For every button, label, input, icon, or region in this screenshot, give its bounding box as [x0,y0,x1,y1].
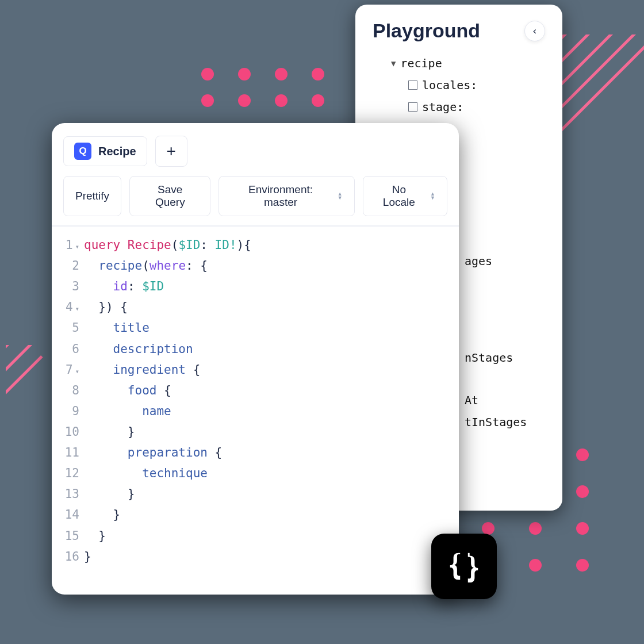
tab-bar: Q Recipe + [52,123,459,167]
code-line[interactable]: 6 description [52,339,459,359]
code-content: }) { [84,297,128,317]
code-line[interactable]: 8 food { [52,380,459,401]
triangle-down-icon: ▼ [391,56,396,71]
code-content: } [84,504,120,525]
plus-icon: + [166,142,175,160]
code-line[interactable]: 15 } [52,526,459,546]
code-content: name [84,401,171,421]
graphql-badge [431,534,497,599]
line-number: 16 [52,546,84,567]
code-content: food { [84,380,171,401]
code-content: recipe(where: { [84,255,208,276]
code-line[interactable]: 2 recipe(where: { [52,255,459,276]
tab-label: Recipe [98,145,136,158]
editor-toolbar: Prettify Save Query Environment: master … [52,167,459,227]
fold-triangle-icon[interactable]: ▾ [75,305,79,313]
checkbox-icon [408,102,417,112]
line-number: 8 [52,380,84,401]
line-number: 15 [52,526,84,546]
code-content: description [84,339,193,359]
code-content: } [84,421,135,442]
checkbox-icon [408,80,417,90]
code-line[interactable]: 16} [52,546,459,567]
line-number: 4▾ [52,297,84,317]
sort-icon: ▲▼ [430,192,435,200]
tree-node-recipe[interactable]: ▼ recipe [373,52,545,74]
environment-select[interactable]: Environment: master ▲▼ [218,176,354,216]
tree-item[interactable]: At [465,389,545,411]
line-number: 7▾ [52,359,84,380]
sort-icon: ▲▼ [338,192,343,200]
code-content: } [84,546,91,567]
code-content: title [84,317,150,338]
code-line[interactable]: 5 title [52,317,459,338]
line-number: 10 [52,421,84,442]
tree-arg-stage[interactable]: stage: [373,96,545,118]
locale-select[interactable]: No Locale ▲▼ [363,176,447,216]
decor-dots-top [201,68,324,107]
query-editor-panel: Q Recipe + Prettify Save Query Environme… [52,123,459,595]
line-number: 6 [52,339,84,359]
fold-triangle-icon[interactable]: ▾ [75,367,79,375]
code-line[interactable]: 4▾ }) { [52,297,459,317]
code-content: } [84,526,106,546]
code-line[interactable]: 11 preparation { [52,442,459,463]
code-content: ingredient { [84,359,200,380]
line-number: 3 [52,276,84,297]
line-number: 13 [52,484,84,504]
line-number: 12 [52,463,84,484]
tree-item[interactable]: tInStages [465,411,545,433]
code-line[interactable]: 13 } [52,484,459,504]
tree-item[interactable]: nStages [465,347,545,369]
code-content: query Recipe($ID: ID!){ [84,235,251,255]
tree-item[interactable]: ages [465,250,545,272]
tree-arg-label: locales: [422,74,477,96]
code-line[interactable]: 7▾ ingredient { [52,359,459,380]
tree-node-label: recipe [400,52,442,74]
code-line[interactable]: 9 name [52,401,459,421]
line-number: 11 [52,442,84,463]
tab-recipe[interactable]: Q Recipe [63,136,147,166]
line-number: 14 [52,504,84,525]
code-line[interactable]: 1▾query Recipe($ID: ID!){ [52,235,459,255]
fold-triangle-icon[interactable]: ▾ [75,243,79,251]
save-query-button[interactable]: Save Query [129,176,210,216]
code-content: id: $ID [84,276,164,297]
query-badge-icon: Q [74,143,91,160]
line-number: 1▾ [52,235,84,255]
tree-arg-label: stage: [422,96,463,118]
prettify-button[interactable]: Prettify [63,176,121,216]
line-number: 2 [52,255,84,276]
code-content: technique [84,463,208,484]
code-line[interactable]: 12 technique [52,463,459,484]
code-line[interactable]: 3 id: $ID [52,276,459,297]
tree-arg-locales[interactable]: locales: [373,74,545,96]
playground-title: Playground [373,20,480,42]
code-line[interactable]: 10 } [52,421,459,442]
collapse-button[interactable]: ‹ [524,21,545,41]
code-content: preparation { [84,442,222,463]
new-tab-button[interactable]: + [155,136,187,167]
code-content: } [84,484,135,504]
braces-icon [446,549,482,584]
chevron-left-icon: ‹ [532,25,538,37]
code-line[interactable]: 14 } [52,504,459,525]
line-number: 9 [52,401,84,421]
line-number: 5 [52,317,84,338]
code-editor[interactable]: 1▾query Recipe($ID: ID!){2 recipe(where:… [52,227,459,595]
